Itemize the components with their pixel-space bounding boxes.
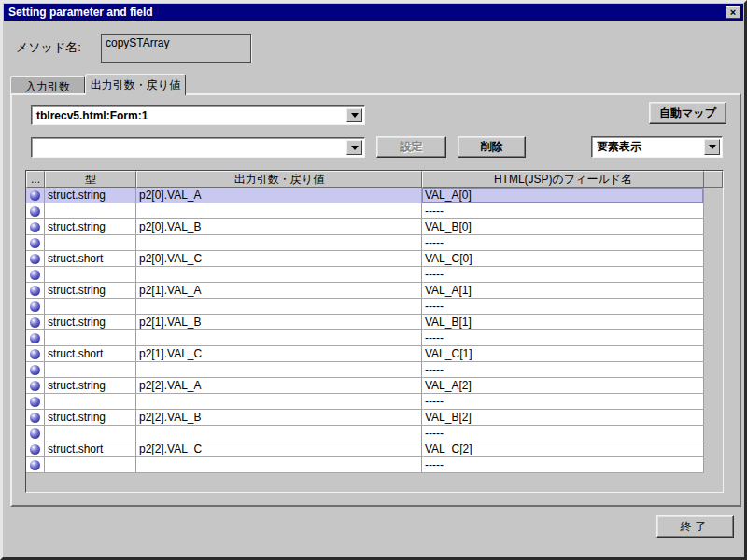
cell-output[interactable]: p2[0].VAL_C xyxy=(136,251,422,266)
cell-field[interactable]: VAL_B[2] xyxy=(422,410,704,425)
cell-type[interactable]: struct.string xyxy=(45,188,136,203)
cell-type[interactable] xyxy=(45,299,136,314)
sphere-icon xyxy=(30,413,40,423)
cell-output[interactable] xyxy=(136,330,422,345)
table-row[interactable]: ----- xyxy=(26,299,704,315)
table-row[interactable]: struct.shortp2[2].VAL_CVAL_C[2] xyxy=(26,441,704,457)
parameter-ball-icon xyxy=(26,188,45,203)
table-row[interactable]: struct.stringp2[1].VAL_BVAL_B[1] xyxy=(26,315,704,330)
cell-output[interactable] xyxy=(136,235,422,250)
cell-field[interactable]: VAL_C[1] xyxy=(422,346,704,361)
cell-output[interactable] xyxy=(136,299,422,314)
cell-output[interactable]: p2[1].VAL_A xyxy=(136,283,422,298)
cell-field[interactable]: VAL_C[0] xyxy=(422,251,704,266)
table-row[interactable]: struct.stringp2[0].VAL_AVAL_A[0] xyxy=(26,188,704,203)
form-select[interactable]: tblrecv5.html:Form:1 xyxy=(31,105,365,125)
exit-button[interactable]: 終了 xyxy=(656,515,734,538)
cell-output[interactable]: p2[2].VAL_C xyxy=(136,441,422,456)
cell-output[interactable]: p2[0].VAL_B xyxy=(136,219,422,234)
form-select-arrow-button[interactable] xyxy=(346,108,362,122)
table-header-row: ...型出力引数・戻り値HTML(JSP)のフィールド名 xyxy=(26,171,723,188)
cell-field[interactable]: ----- xyxy=(422,362,704,377)
table-row[interactable]: ----- xyxy=(26,330,704,346)
cell-field[interactable]: VAL_B[0] xyxy=(422,219,704,234)
cell-field[interactable]: ----- xyxy=(422,426,704,441)
close-icon[interactable]: × xyxy=(726,6,740,19)
column-header[interactable]: HTML(JSP)のフィールド名 xyxy=(422,171,704,188)
cell-type[interactable] xyxy=(45,235,136,250)
cell-type[interactable] xyxy=(45,362,136,377)
cell-type[interactable]: struct.string xyxy=(45,378,136,393)
table-row[interactable]: struct.shortp2[0].VAL_CVAL_C[0] xyxy=(26,251,704,267)
cell-field[interactable]: VAL_A[2] xyxy=(422,378,704,393)
table-row[interactable]: ----- xyxy=(26,394,704,410)
cell-field[interactable]: VAL_A[0] xyxy=(422,188,704,203)
cell-field[interactable]: ----- xyxy=(422,394,704,409)
cell-type[interactable] xyxy=(45,426,136,441)
sphere-icon xyxy=(30,349,40,359)
field-select[interactable] xyxy=(31,137,365,158)
tab-output-arguments-return[interactable]: 出力引数・戻り値 xyxy=(85,74,186,95)
cell-type[interactable] xyxy=(45,394,136,409)
cell-output[interactable]: p2[1].VAL_C xyxy=(136,346,422,361)
cell-type[interactable]: struct.string xyxy=(45,410,136,425)
parameter-ball-icon xyxy=(26,457,45,472)
cell-type[interactable] xyxy=(45,330,136,345)
method-name-field[interactable]: copySTArray xyxy=(101,34,251,63)
cell-output[interactable] xyxy=(136,362,422,377)
cell-field[interactable]: ----- xyxy=(422,299,704,314)
parameter-ball-icon xyxy=(26,441,45,456)
column-header[interactable]: ... xyxy=(26,171,45,188)
cell-output[interactable] xyxy=(136,457,422,472)
cell-field[interactable]: VAL_A[1] xyxy=(422,283,704,298)
auto-map-button[interactable]: 自動マップ xyxy=(649,102,726,124)
cell-field[interactable]: VAL_C[2] xyxy=(422,441,704,456)
cell-field[interactable]: ----- xyxy=(422,267,704,282)
column-header[interactable]: 型 xyxy=(45,171,136,188)
field-select-arrow-button[interactable] xyxy=(346,140,362,155)
cell-type[interactable]: struct.short xyxy=(45,251,136,266)
cell-output[interactable]: p2[0].VAL_A xyxy=(136,188,422,203)
table-row[interactable]: ----- xyxy=(26,362,704,378)
column-header[interactable]: 出力引数・戻り値 xyxy=(136,171,422,188)
title-bar[interactable]: Setting parameter and field × xyxy=(4,4,743,21)
cell-type[interactable]: struct.string xyxy=(45,283,136,298)
display-mode-select[interactable]: 要素表示 xyxy=(591,136,723,158)
cell-output[interactable]: p2[2].VAL_B xyxy=(136,410,422,425)
cell-field[interactable]: ----- xyxy=(422,235,704,250)
cell-field[interactable]: ----- xyxy=(422,457,704,472)
set-button[interactable]: 設定 xyxy=(376,136,446,158)
cell-output[interactable] xyxy=(136,426,422,441)
cell-type[interactable] xyxy=(45,457,136,472)
cell-field[interactable]: ----- xyxy=(422,203,704,218)
cell-field[interactable]: VAL_B[1] xyxy=(422,315,704,329)
cell-output[interactable] xyxy=(136,267,422,282)
table-row[interactable]: struct.stringp2[0].VAL_BVAL_B[0] xyxy=(26,219,704,235)
table-row[interactable]: struct.stringp2[2].VAL_BVAL_B[2] xyxy=(26,410,704,426)
cell-type[interactable]: struct.short xyxy=(45,441,136,456)
table-row[interactable]: ----- xyxy=(26,235,704,251)
table-row[interactable]: struct.stringp2[1].VAL_AVAL_A[1] xyxy=(26,283,704,299)
table-row[interactable]: ----- xyxy=(26,457,704,473)
cell-type[interactable]: struct.string xyxy=(45,315,136,329)
cell-type[interactable]: struct.short xyxy=(45,346,136,361)
delete-button[interactable]: 削除 xyxy=(458,136,526,158)
table-row[interactable]: ----- xyxy=(26,426,704,441)
tab-input-arguments[interactable]: 入力引数 xyxy=(10,76,85,93)
display-mode-value: 要素表示 xyxy=(597,139,641,155)
cell-type[interactable] xyxy=(45,203,136,218)
mapping-table[interactable]: ...型出力引数・戻り値HTML(JSP)のフィールド名 struct.stri… xyxy=(25,170,724,493)
cell-output[interactable] xyxy=(136,203,422,218)
cell-output[interactable]: p2[2].VAL_A xyxy=(136,378,422,393)
cell-type[interactable]: struct.string xyxy=(45,219,136,234)
cell-field[interactable]: ----- xyxy=(422,330,704,345)
table-row[interactable]: struct.stringp2[2].VAL_AVAL_A[2] xyxy=(26,378,704,394)
table-row[interactable]: struct.shortp2[1].VAL_CVAL_C[1] xyxy=(26,346,704,362)
cell-type[interactable] xyxy=(45,267,136,282)
display-mode-arrow-button[interactable] xyxy=(704,139,720,155)
parameter-ball-icon xyxy=(26,203,45,218)
table-row[interactable]: ----- xyxy=(26,203,704,219)
cell-output[interactable] xyxy=(136,394,422,409)
table-row[interactable]: ----- xyxy=(26,267,704,283)
cell-output[interactable]: p2[1].VAL_B xyxy=(136,315,422,329)
